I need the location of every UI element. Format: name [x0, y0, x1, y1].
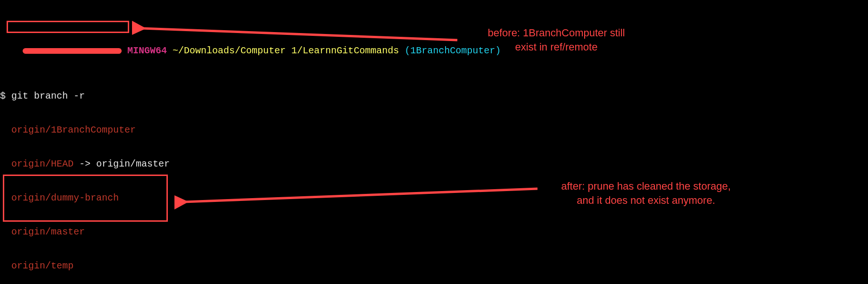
branch-output-line: origin/1BranchComputer — [0, 125, 868, 136]
annotation-after: after: prune has cleaned the storage, an… — [552, 179, 740, 207]
command-line: $ git branch -r — [0, 91, 868, 102]
terminal[interactable]: MINGW64 ~/Downloads/Computer 1/LearnnGit… — [0, 0, 868, 284]
cwd-path: ~/Downloads/Computer 1/LearnnGitCommands — [173, 45, 399, 56]
branch-output-line: origin/master — [0, 226, 868, 238]
host-label: MINGW64 — [127, 45, 167, 56]
branch-output-line: origin/HEAD -> origin/master — [0, 159, 868, 170]
branch-output-line: origin/temp — [0, 260, 868, 272]
prompt-line: MINGW64 ~/Downloads/Computer 1/LearnnGit… — [0, 34, 868, 68]
redacted-user-host — [23, 48, 122, 54]
annotation-before: before: 1BranchComputer still exist in r… — [471, 26, 641, 54]
